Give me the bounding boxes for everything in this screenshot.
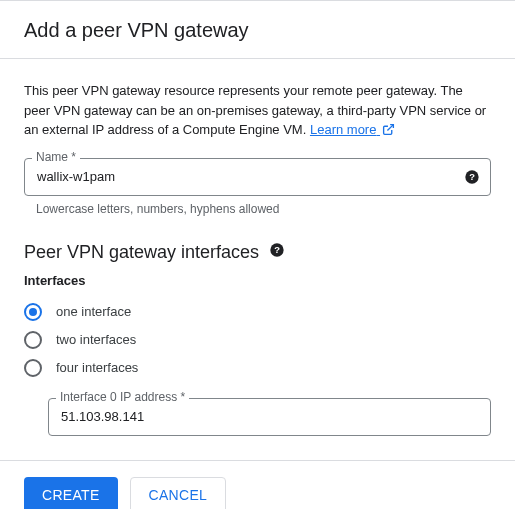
name-input[interactable] (24, 158, 491, 196)
radio-four-interfaces[interactable]: four interfaces (24, 354, 491, 382)
svg-text:?: ? (274, 245, 280, 255)
radio-two-interfaces[interactable]: two interfaces (24, 326, 491, 354)
radio-icon (24, 331, 42, 349)
dialog-body: This peer VPN gateway resource represent… (0, 59, 515, 460)
help-icon[interactable]: ? (269, 242, 285, 262)
name-label: Name * (32, 150, 80, 164)
svg-text:?: ? (469, 172, 475, 182)
radio-label: one interface (56, 304, 131, 319)
dialog-header: Add a peer VPN gateway (0, 0, 515, 59)
svg-line-0 (387, 125, 393, 131)
cancel-button[interactable]: CANCEL (130, 477, 227, 510)
learn-more-label: Learn more (310, 122, 376, 137)
description-text: This peer VPN gateway resource represent… (24, 81, 491, 140)
radio-label: four interfaces (56, 360, 138, 375)
radio-icon (24, 303, 42, 321)
radio-label: two interfaces (56, 332, 136, 347)
name-hint: Lowercase letters, numbers, hyphens allo… (36, 202, 491, 216)
interfaces-title: Peer VPN gateway interfaces (24, 242, 259, 263)
help-icon[interactable]: ? (463, 168, 481, 186)
interfaces-group-label: Interfaces (24, 273, 491, 288)
dialog-title: Add a peer VPN gateway (24, 19, 491, 42)
interfaces-section-header: Peer VPN gateway interfaces ? (24, 242, 491, 263)
radio-icon (24, 359, 42, 377)
create-button[interactable]: CREATE (24, 477, 118, 510)
name-field: Name * ? (24, 158, 491, 196)
dialog-footer: CREATE CANCEL (0, 460, 515, 510)
external-link-icon (382, 123, 395, 136)
interfaces-radio-group: one interface two interfaces four interf… (24, 298, 491, 382)
interface0-label: Interface 0 IP address * (56, 390, 189, 404)
description-content: This peer VPN gateway resource represent… (24, 83, 486, 137)
interface0-field: Interface 0 IP address * (48, 398, 491, 436)
interface0-field-container: Interface 0 IP address * (48, 398, 491, 436)
learn-more-link[interactable]: Learn more (310, 122, 395, 137)
radio-one-interface[interactable]: one interface (24, 298, 491, 326)
